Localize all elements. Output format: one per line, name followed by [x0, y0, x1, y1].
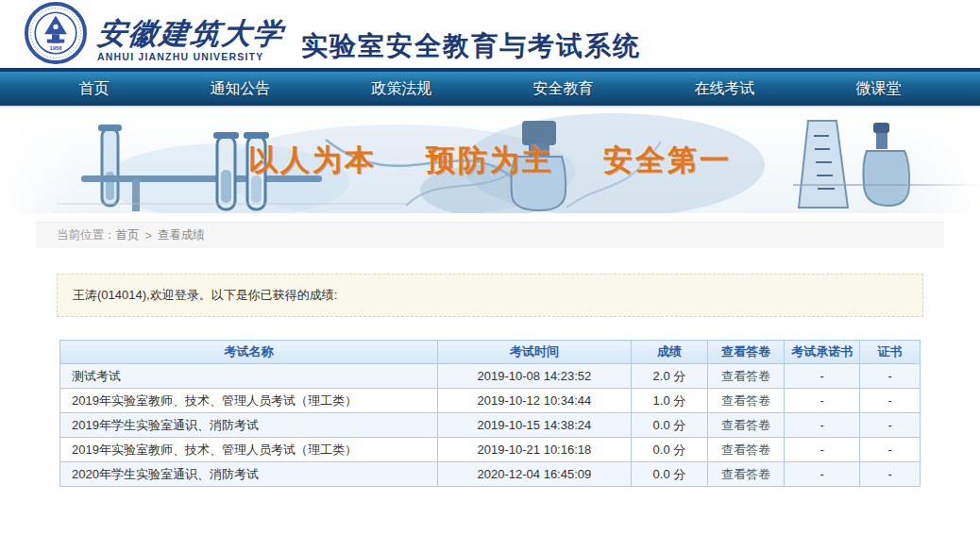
commitment-cell: -: [785, 389, 860, 413]
column-header-certificate: 证书: [860, 341, 921, 364]
page-header: 1958 安徽建筑大学 ANHUI JIANZHU UNIVERSITY 实验室…: [0, 0, 980, 68]
exam-name-cell: 2019年实验室教师、技术、管理人员考试（理工类）: [60, 438, 438, 462]
nav-item-safety-education[interactable]: 安全教育: [524, 75, 603, 103]
university-name-block: 安徽建筑大学 ANHUI JIANZHU UNIVERSITY: [97, 19, 284, 62]
table-row: 2019年学生实验室通识、消防考试 2019-10-15 14:38:24 0.…: [60, 413, 921, 438]
exam-name-cell: 2019年学生实验室通识、消防考试: [60, 413, 438, 438]
commitment-cell: -: [785, 462, 860, 487]
nav-item-micro-classroom[interactable]: 微课堂: [847, 75, 911, 103]
nav-item-policies[interactable]: 政策法规: [363, 75, 442, 103]
column-header-exam-name: 考试名称: [60, 341, 438, 364]
view-answer-link[interactable]: 查看答卷: [707, 462, 784, 487]
seal-year-text: 1958: [49, 45, 62, 51]
certificate-cell: -: [860, 438, 921, 462]
nav-item-online-exam[interactable]: 在线考试: [685, 75, 765, 103]
column-header-exam-time: 考试时间: [437, 341, 631, 364]
score-cell: 1.0 分: [631, 389, 707, 413]
table-row: 2019年实验室教师、技术、管理人员考试（理工类） 2019-10-12 10:…: [60, 389, 921, 413]
slogan-prevention-first: 预防为主: [426, 141, 554, 180]
breadcrumb-home-link[interactable]: 首页: [116, 227, 140, 243]
slogan-safety-first: 安全第一: [603, 141, 732, 180]
university-logo-group[interactable]: 1958 安徽建筑大学 ANHUI JIANZHU UNIVERSITY: [24, 2, 301, 62]
certificate-cell: -: [860, 389, 921, 413]
score-cell: 0.0 分: [631, 413, 707, 438]
exam-results-table: 考试名称 考试时间 成绩 查看答卷 考试承诺书 证书 测试考试 2019-10-…: [59, 340, 921, 487]
table-row: 2019年实验室教师、技术、管理人员考试（理工类） 2019-10-21 10:…: [60, 438, 921, 462]
banner-slogan: 以人为本 预防为主 安全第一: [248, 141, 732, 180]
column-header-commitment: 考试承诺书: [785, 341, 860, 364]
exam-time-cell: 2019-10-15 14:38:24: [437, 413, 631, 438]
main-navigation: 首页 通知公告 政策法规 安全教育 在线考试 微课堂: [0, 72, 980, 108]
column-header-view-answer: 查看答卷: [707, 341, 784, 364]
exam-name-cell: 2020年学生实验室通识、消防考试: [60, 462, 438, 487]
breadcrumb-separator: >: [145, 229, 152, 242]
exam-time-cell: 2019-10-12 10:34:44: [437, 389, 631, 413]
table-header-row: 考试名称 考试时间 成绩 查看答卷 考试承诺书 证书: [60, 341, 921, 364]
exam-time-cell: 2019-10-21 10:16:18: [437, 438, 631, 462]
university-name-en: ANHUI JIANZHU UNIVERSITY: [97, 51, 284, 62]
breadcrumb-label: 当前位置：: [57, 227, 116, 243]
commitment-cell: -: [785, 413, 860, 438]
exam-time-cell: 2019-10-08 14:23:52: [437, 364, 631, 389]
nav-item-notices[interactable]: 通知公告: [201, 75, 280, 103]
page-title: 实验室安全教育与考试系统: [301, 32, 641, 62]
certificate-cell: -: [860, 462, 921, 487]
exam-name-cell: 2019年实验室教师、技术、管理人员考试（理工类）: [60, 389, 438, 413]
view-answer-link[interactable]: 查看答卷: [707, 413, 784, 438]
breadcrumb: 当前位置： 首页 > 查看成绩: [36, 222, 944, 248]
breadcrumb-current-page[interactable]: 查看成绩: [158, 227, 205, 243]
exam-name-cell: 测试考试: [60, 364, 438, 389]
score-cell: 0.0 分: [631, 462, 707, 487]
score-cell: 0.0 分: [631, 438, 707, 462]
column-header-score: 成绩: [631, 341, 707, 364]
commitment-cell: -: [785, 438, 860, 462]
results-table-container: 考试名称 考试时间 成绩 查看答卷 考试承诺书 证书 测试考试 2019-10-…: [59, 340, 921, 487]
certificate-cell: -: [860, 364, 921, 389]
table-row: 2020年学生实验室通识、消防考试 2020-12-04 16:45:09 0.…: [60, 462, 921, 487]
welcome-message-text: 王涛(014014),欢迎登录。以下是你已获得的成绩:: [73, 287, 337, 304]
score-cell: 2.0 分: [631, 364, 707, 389]
slogan-people-oriented: 以人为本: [248, 141, 377, 180]
nav-item-home[interactable]: 首页: [70, 75, 119, 103]
exam-time-cell: 2020-12-04 16:45:09: [437, 462, 631, 487]
commitment-cell: -: [785, 364, 860, 389]
view-answer-link[interactable]: 查看答卷: [707, 438, 784, 462]
certificate-cell: -: [860, 413, 921, 438]
welcome-message-box: 王涛(014014),欢迎登录。以下是你已获得的成绩:: [57, 274, 923, 317]
view-answer-link[interactable]: 查看答卷: [707, 364, 784, 389]
view-answer-link[interactable]: 查看答卷: [707, 389, 784, 413]
university-seal-icon: 1958: [24, 2, 88, 64]
university-name-cn: 安徽建筑大学: [95, 19, 285, 48]
table-row: 测试考试 2019-10-08 14:23:52 2.0 分 查看答卷 - -: [60, 364, 921, 389]
hero-banner: 以人为本 预防为主 安全第一: [0, 113, 980, 213]
